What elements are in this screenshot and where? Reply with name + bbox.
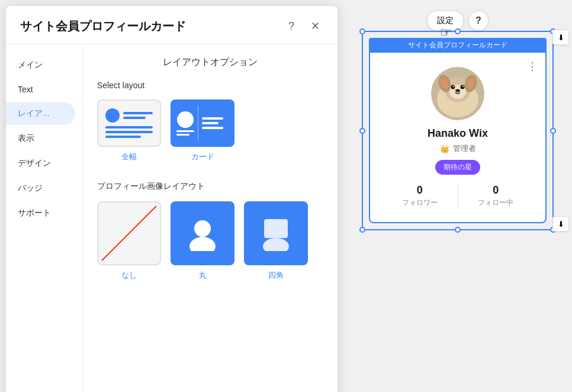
handle-mr[interactable]	[550, 128, 556, 134]
sidebar-item-layout[interactable]: レイア...	[6, 102, 75, 125]
username: Hanako Wix	[428, 127, 488, 140]
svg-point-13	[461, 85, 465, 89]
download-handle-bottom[interactable]: ⬇	[552, 216, 569, 232]
fw-line-3	[105, 126, 153, 128]
dog-avatar-svg	[431, 67, 484, 120]
card-right-line-1	[202, 117, 223, 120]
handle-tm[interactable]	[455, 28, 461, 34]
fw-line-2	[123, 117, 146, 119]
layout-option-fullwidth[interactable]: 全幅	[97, 99, 161, 162]
layout-label: Select layout	[97, 81, 323, 90]
fw-lines	[123, 112, 153, 119]
svg-point-1	[189, 237, 216, 251]
followers-stat: 0 フォロワー	[382, 184, 458, 208]
followers-count: 0	[417, 184, 423, 197]
profile-option-circle[interactable]: 丸	[171, 201, 234, 281]
help-button[interactable]: ?	[468, 11, 489, 31]
role-label: 管理者	[453, 143, 476, 154]
svg-point-16	[455, 89, 460, 92]
widget-label-bar: サイト会員プロフィールカード	[369, 38, 547, 53]
preview-area: 設定 ? ☞ ⬇ ⬇	[343, 0, 572, 229]
svg-point-3	[263, 238, 289, 251]
profile-label-square: 四角	[268, 270, 284, 281]
fw-lines-bottom	[105, 126, 153, 138]
widget-container: ⬇ ⬇ サイト会員プロフィールカード ⋮	[369, 38, 547, 223]
stats-row: 0 フォロワー 0 フォロー中	[382, 184, 534, 208]
avatar	[431, 67, 484, 120]
section-title: レイアウトオプション	[97, 56, 323, 69]
layout-label-card: カード	[191, 152, 214, 162]
svg-point-15	[462, 86, 464, 87]
sidebar-item-display[interactable]: 表示	[6, 127, 75, 150]
widget-wrapper: ⬇ ⬇ サイト会員プロフィールカード ⋮	[369, 38, 547, 223]
sidebar-item-main[interactable]: メイン	[6, 54, 75, 76]
fw-line-1	[123, 112, 153, 114]
profile-layout-options: なし 丸	[97, 201, 323, 281]
svg-rect-2	[264, 219, 288, 238]
help-label: ?	[475, 15, 481, 26]
none-slash	[98, 203, 160, 264]
card-circle	[177, 111, 194, 128]
panel-header: サイト会員プロフィールカード ? ✕	[6, 6, 338, 44]
card-lines	[176, 130, 194, 136]
card-right-line-2	[202, 122, 218, 124]
profile-label-circle: 丸	[199, 270, 207, 281]
hand-cursor-icon: ☞	[440, 25, 452, 40]
person-circle-icon	[185, 216, 220, 251]
profile-option-none[interactable]: なし	[97, 201, 161, 281]
card-divider	[198, 105, 198, 141]
panel-header-icons: ? ✕	[283, 18, 323, 34]
panel-body: メイン Text レイア... 表示 デザイン バッジ サポート レイアウトオプ…	[6, 44, 338, 392]
layout-card-card[interactable]	[171, 99, 234, 147]
download-handle-top[interactable]: ⬇	[552, 30, 569, 45]
following-stat: 0 フォロー中	[458, 184, 534, 208]
sidebar-item-badge[interactable]: バッジ	[6, 177, 75, 200]
square-icon-container	[245, 203, 307, 264]
profile-card-circle[interactable]	[171, 201, 234, 265]
card-icon	[172, 101, 233, 146]
sidebar-item-design[interactable]: デザイン	[6, 152, 75, 175]
widget-card: ⋮	[369, 53, 547, 223]
sidebar-nav: メイン Text レイア... 表示 デザイン バッジ サポート	[6, 44, 83, 392]
fw-circle	[105, 108, 120, 123]
handle-bl[interactable]	[359, 227, 365, 233]
following-label: フォロー中	[478, 198, 513, 208]
user-badge: 期待の星	[435, 160, 480, 175]
circle-icon-container	[172, 203, 233, 264]
close-icon[interactable]: ✕	[307, 18, 323, 34]
fw-row-top	[105, 108, 153, 123]
profile-card-square[interactable]	[244, 201, 308, 265]
handle-ml[interactable]	[359, 128, 365, 134]
profile-image-section-title: プロフィール画像レイアウト	[97, 181, 323, 192]
layout-option-card[interactable]: カード	[171, 99, 234, 162]
sidebar-item-support[interactable]: サポート	[6, 202, 75, 224]
help-icon[interactable]: ?	[283, 18, 300, 34]
fullwidth-icon	[101, 104, 158, 143]
card-right	[202, 117, 229, 129]
fw-line-5	[105, 136, 141, 138]
user-role: 👑 管理者	[440, 143, 476, 154]
panel-title: サイト会員プロフィールカード	[20, 18, 186, 34]
profile-option-square[interactable]: 四角	[244, 201, 308, 281]
more-button[interactable]: ⋮	[527, 60, 538, 73]
fw-line-4	[105, 131, 153, 133]
layout-label-fullwidth: 全幅	[121, 152, 137, 162]
card-line-2	[176, 134, 189, 136]
sidebar-item-text[interactable]: Text	[6, 79, 75, 100]
settings-panel: サイト会員プロフィールカード ? ✕ メイン Text レイア... 表示 デザ…	[6, 6, 338, 392]
svg-point-0	[194, 220, 211, 237]
layout-card-fullwidth[interactable]	[97, 99, 161, 147]
svg-point-12	[451, 85, 455, 89]
profile-label-none: なし	[121, 270, 137, 281]
card-right-line-3	[202, 127, 223, 129]
card-left	[176, 111, 194, 136]
handle-bm[interactable]	[455, 227, 461, 233]
card-line-1	[176, 130, 194, 132]
main-content: レイアウトオプション Select layout	[83, 44, 338, 392]
profile-card-none[interactable]	[97, 201, 161, 265]
svg-point-14	[453, 86, 454, 87]
person-square-icon	[258, 216, 294, 251]
handle-tl[interactable]	[359, 28, 365, 34]
layout-options: 全幅	[97, 99, 323, 162]
followers-label: フォロワー	[402, 198, 438, 208]
